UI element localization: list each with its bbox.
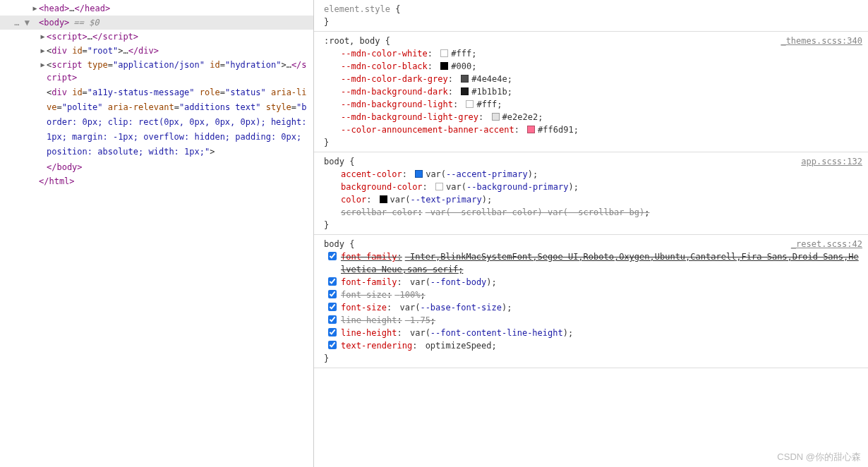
- toggle-checkbox[interactable]: [328, 303, 337, 311]
- toggle-checkbox[interactable]: [328, 290, 337, 298]
- color-swatch[interactable]: [380, 195, 387, 203]
- color-swatch[interactable]: [527, 126, 535, 133]
- css-declaration[interactable]: font-size: 100%;: [341, 289, 862, 301]
- css-declaration[interactable]: line-height: var(--font-content-line-hei…: [341, 327, 862, 339]
- expand-arrow-icon[interactable]: ▶: [39, 44, 47, 57]
- tree-row-html-close[interactable]: </html>: [0, 174, 313, 188]
- rule-themes[interactable]: :root, body { _themes.scss:340 --mdn-col…: [314, 32, 868, 152]
- toggle-checkbox[interactable]: [328, 277, 337, 286]
- color-swatch[interactable]: [461, 87, 469, 95]
- source-link[interactable]: _reset.scss:42: [791, 238, 862, 250]
- css-declaration[interactable]: font-size: var(--base-font-size);: [341, 301, 862, 314]
- css-declaration[interactable]: --mdn-background-light: #fff;: [341, 98, 862, 111]
- styles-panel[interactable]: element.style { } :root, body { _themes.…: [314, 0, 868, 467]
- color-swatch[interactable]: [440, 62, 448, 70]
- source-link[interactable]: _themes.scss:340: [780, 35, 862, 47]
- css-declaration[interactable]: font-family: Inter,BlinkMacSystemFont,Se…: [341, 250, 862, 276]
- expand-arrow-icon[interactable]: ▶: [31, 2, 39, 15]
- css-declaration[interactable]: background-color: var(--background-prima…: [341, 181, 862, 193]
- tree-row-body-close[interactable]: </body>: [0, 160, 313, 174]
- tree-row-script[interactable]: ▶ <script>…</script>: [0, 30, 313, 44]
- toggle-checkbox[interactable]: [328, 328, 337, 336]
- css-declaration[interactable]: --mdn-color-white: #fff;: [341, 47, 862, 60]
- toggle-checkbox[interactable]: [328, 315, 337, 324]
- color-swatch[interactable]: [415, 170, 423, 178]
- css-declaration[interactable]: --mdn-color-black: #000;: [341, 60, 862, 73]
- toggle-checkbox[interactable]: [328, 341, 337, 349]
- dom-tree-panel[interactable]: ▶ <head>…</head> … ▼ <body> == $0 ▶ <scr…: [0, 0, 314, 467]
- selection-hint: == $0: [73, 16, 99, 29]
- expand-arrow-icon[interactable]: ▶: [39, 30, 47, 43]
- css-declaration[interactable]: accent-color: var(--accent-primary);: [341, 168, 862, 181]
- toggle-checkbox[interactable]: [328, 252, 337, 260]
- tree-row-body[interactable]: … ▼ <body> == $0: [0, 16, 313, 30]
- source-link[interactable]: app.scss:132: [801, 155, 862, 168]
- tree-row-head[interactable]: ▶ <head>…</head>: [0, 1, 313, 16]
- css-declaration[interactable]: --mdn-color-dark-grey: #4e4e4e;: [341, 73, 862, 85]
- css-declaration[interactable]: --mdn-background-dark: #1b1b1b;: [341, 85, 862, 98]
- a11y-node: <div id="a11y-status-message" role="stat…: [47, 85, 309, 159]
- css-declaration[interactable]: text-rendering: optimizeSpeed;: [341, 339, 862, 352]
- gutter-selected: … ▼: [0, 16, 31, 29]
- css-declaration[interactable]: font-family: var(--font-body);: [341, 276, 862, 289]
- color-swatch[interactable]: [492, 113, 500, 121]
- rule-reset[interactable]: body { _reset.scss:42 font-family: Inter…: [314, 235, 868, 368]
- tag: <head>: [39, 2, 69, 15]
- tree-row-a11y[interactable]: <div id="a11y-status-message" role="stat…: [0, 85, 313, 160]
- css-declaration[interactable]: --mdn-background-light-grey: #e2e2e2;: [341, 111, 862, 123]
- tree-row-script-hydration[interactable]: ▶ <script type="application/json" id="hy…: [0, 58, 313, 85]
- color-swatch[interactable]: [435, 183, 443, 190]
- color-swatch[interactable]: [466, 100, 474, 108]
- css-declaration[interactable]: color: var(--text-primary);: [341, 193, 862, 206]
- color-swatch[interactable]: [440, 49, 448, 57]
- css-declaration[interactable]: --color-announcement-banner-accent: #ff6…: [341, 123, 862, 136]
- color-swatch[interactable]: [461, 75, 469, 83]
- rule-element-style[interactable]: element.style { }: [314, 0, 868, 32]
- rule-app[interactable]: body { app.scss:132 accent-color: var(--…: [314, 152, 868, 235]
- expand-arrow-icon[interactable]: ▶: [39, 59, 47, 71]
- css-declaration[interactable]: scrollbar-color: var(--scrollbar-color) …: [341, 206, 862, 219]
- css-declaration[interactable]: line-height: 1.75;: [341, 314, 862, 327]
- tree-row-div-root[interactable]: ▶ <div id="root">…</div>: [0, 44, 313, 58]
